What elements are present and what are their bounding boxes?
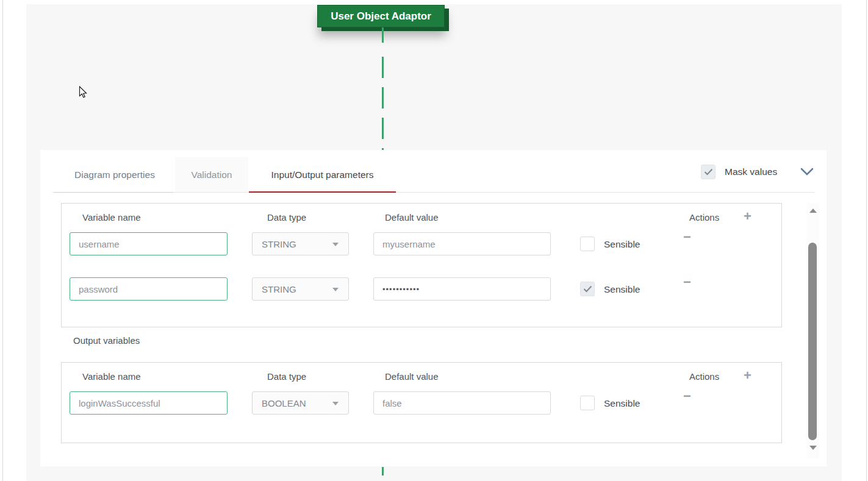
data-type-value: STRING: [262, 284, 296, 294]
sensible-label: Sensible: [604, 284, 640, 295]
tab-validation[interactable]: Validation: [175, 157, 248, 192]
variable-name-input[interactable]: [70, 277, 228, 301]
mask-values-label: Mask values: [725, 166, 777, 177]
default-value-input[interactable]: [373, 232, 551, 255]
column-header-default-value: Default value: [385, 371, 439, 382]
connector-line-below-panel: [382, 467, 384, 476]
sensible-checkbox[interactable]: [580, 237, 595, 251]
mask-values-checkbox[interactable]: [701, 165, 716, 179]
variable-name-input[interactable]: [70, 391, 228, 415]
node-label: User Object Adaptor: [331, 10, 431, 23]
sensible-label: Sensible: [604, 239, 640, 250]
remove-row-button[interactable]: −: [683, 229, 691, 245]
data-type-value: BOOLEAN: [262, 398, 306, 408]
sensible-label: Sensible: [604, 398, 640, 409]
tab-diagram-underline: [54, 192, 173, 193]
remove-row-button[interactable]: −: [683, 274, 691, 290]
connector-dashed-line: [382, 57, 384, 150]
column-header-default-value: Default value: [385, 212, 439, 223]
connector-line: [382, 27, 384, 43]
column-header-actions: Actions: [689, 212, 719, 223]
dropdown-caret-icon: [332, 243, 339, 246]
data-type-select[interactable]: STRING: [252, 232, 349, 255]
output-parameters-table: Variable name Data type Default value Ac…: [61, 362, 782, 443]
column-header-data-type: Data type: [267, 212, 306, 223]
tab-diagram-properties[interactable]: Diagram properties: [55, 157, 174, 192]
left-frame-border: [2, 0, 3, 481]
column-header-actions: Actions: [689, 371, 719, 382]
right-frame-border: [866, 0, 867, 481]
scroll-down-icon[interactable]: [809, 446, 817, 450]
scrollbar-thumb[interactable]: [808, 243, 817, 440]
data-type-value: STRING: [262, 239, 296, 249]
default-value-input-masked[interactable]: [373, 277, 551, 301]
sensible-checkbox[interactable]: [580, 396, 595, 410]
default-value-input[interactable]: [373, 391, 551, 415]
active-tab-underline: [249, 191, 396, 193]
scroll-up-icon[interactable]: [809, 208, 817, 213]
data-type-select[interactable]: STRING: [252, 277, 349, 301]
sensible-checkbox[interactable]: [580, 282, 595, 296]
data-type-select[interactable]: BOOLEAN: [252, 391, 349, 415]
add-row-button[interactable]: +: [744, 368, 751, 383]
check-icon: [583, 285, 592, 293]
column-header-variable-name: Variable name: [82, 371, 141, 382]
add-row-button[interactable]: +: [744, 208, 751, 224]
output-variables-label: Output variables: [73, 335, 140, 346]
column-header-data-type: Data type: [267, 371, 306, 382]
input-parameters-table: Variable name Data type Default value Ac…: [61, 203, 782, 327]
screen: User Object Adaptor Diagram properties V…: [0, 0, 868, 481]
tab-input-output-parameters[interactable]: Input/Output parameters: [249, 157, 396, 192]
node-user-object-adaptor[interactable]: User Object Adaptor: [317, 5, 445, 27]
variable-name-input[interactable]: [70, 232, 228, 255]
check-icon: [704, 168, 713, 176]
dropdown-caret-icon: [332, 402, 339, 405]
column-header-variable-name: Variable name: [82, 212, 141, 223]
dropdown-caret-icon: [332, 288, 339, 291]
properties-panel: Diagram properties Validation Input/Outp…: [40, 150, 827, 466]
remove-row-button[interactable]: −: [683, 388, 691, 404]
chevron-down-icon[interactable]: [800, 168, 814, 179]
